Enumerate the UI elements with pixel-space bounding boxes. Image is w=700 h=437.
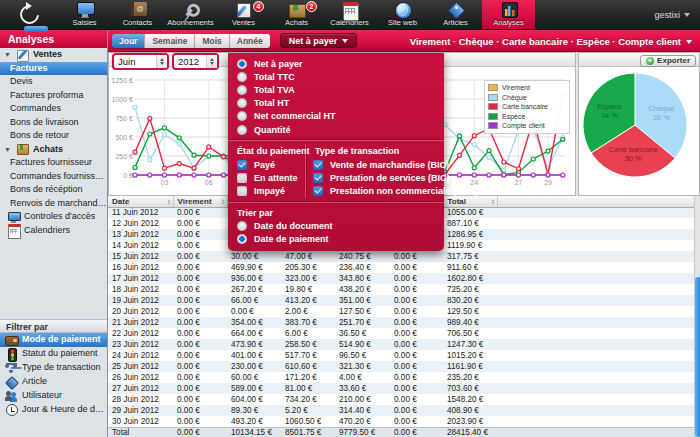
table-row[interactable]: 23 Juin 20120.00 €473.90 €258.50 €514.90… [108,339,700,350]
users-icon [5,390,18,402]
status-option-en-attente[interactable]: En attente [228,171,305,184]
sort-option-date-de-paiement[interactable]: Date de paiement [228,233,444,246]
table-row[interactable]: 19 Juin 20120.00 €66.00 €413.20 €351.00 … [108,295,700,306]
table-cell: 473.90 € [227,339,281,350]
table-row[interactable]: 28 Juin 20120.00 €604.00 €734.20 €210.00… [108,394,700,405]
table-row[interactable]: 25 Juin 20120.00 €230.00 €610.60 €321.30… [108,361,700,372]
sidebar-item-bons-de-r-c-ption[interactable]: Bons de récéption [0,183,107,197]
toolbar-item-contacts[interactable]: Contacts [111,0,164,29]
sidebar-item-bons-de-livraison[interactable]: Bons de livraison [0,116,107,130]
column-header-Date[interactable]: Date⇕ [108,196,173,207]
export-button[interactable]: + Exporter [640,55,696,67]
period-tab-mois[interactable]: Mois [195,34,229,48]
table-cell: 0.00 € [390,427,443,437]
filter-item-type-de-transaction[interactable]: Type de transaction [0,361,107,375]
table-cell: 0.00 € [390,306,443,317]
table-row[interactable]: 17 Juin 20120.00 €936.00 €323.00 €343.80… [108,273,700,284]
table-row[interactable]: 30 Juin 20120.00 €493.20 €1060.50 €470.2… [108,416,700,427]
toolbar-item-articles[interactable]: Articles [429,0,482,29]
sidebar-title: Analyses [0,30,107,48]
scrollbar-thumb[interactable] [695,277,700,437]
filter-item-statut-du-paiement[interactable]: Statut du paiement [0,347,107,361]
disclosure-triangle-icon[interactable]: ▼ [4,48,11,62]
table-cell: 911.60 € [443,262,497,273]
period-tab-année[interactable]: Année [230,34,270,48]
sidebar-item-devis[interactable]: Devis [0,75,107,89]
filter-item-mode-de-paiement[interactable]: Mode de paiement [0,333,107,347]
sidebar-item-factures-proforma[interactable]: Factures proforma [0,89,107,103]
measure-option-total-ttc[interactable]: Total TTC [228,70,444,83]
toolbar-item-site-web[interactable]: Site web [376,0,429,29]
transaction-option-vente-de-marchandise-bic-[interactable]: Vente de marchandise (BIC) [306,158,479,171]
measure-option-total-ht[interactable]: Total HT [228,97,444,110]
table-row[interactable]: 27 Juin 20120.00 €589.00 €81.00 €33.60 €… [108,383,700,394]
sidebar-item-factures-fournisseur[interactable]: Factures fournisseur [0,156,107,170]
table-row[interactable]: 24 Juin 20120.00 €401.00 €517.70 €96.50 … [108,350,700,361]
sidebar-item-factures[interactable]: Factures [0,62,107,76]
filter-item-article[interactable]: Article [0,375,107,389]
toolbar-item-abonnements[interactable]: Abonnements [164,0,217,29]
sort-grip-icon[interactable]: ⇕ [220,198,225,205]
measure-option-net-payer[interactable]: Net à payer [228,57,444,70]
table-row[interactable]: 29 Juin 20120.00 €89.30 €5.20 €314.40 €0… [108,405,700,416]
table-row[interactable]: 26 Juin 20120.00 €60.00 €171.20 €4.00 €0… [108,372,700,383]
measure-option-quantit-[interactable]: Quantité [228,123,444,136]
transaction-option-prestation-de-services-bic-[interactable]: Prestation de services (BIC) [306,171,479,184]
month-value: Juin [114,56,156,67]
toolbar-item-ventes[interactable]: Ventes4 [217,0,270,29]
disclosure-triangle-icon[interactable]: ▼ [4,143,11,157]
option-label: Total HT [254,98,289,108]
legend-swatch [488,94,498,101]
table-row[interactable]: 18 Juin 20120.00 €267.20 €19.80 €438.20 … [108,284,700,295]
toolbar-item-saisies[interactable]: Saisies [58,0,111,29]
sort-option-date-du-document[interactable]: Date du document [228,220,444,233]
sidebar-item-bons-de-retour[interactable]: Bons de retour [0,129,107,143]
toolbar-item-calendriers[interactable]: Calendriers [323,0,376,29]
table-row[interactable]: 20 Juin 20120.00 €0.00 €2.00 €127.50 €0.… [108,306,700,317]
table-row[interactable]: 15 Juin 20120.00 €30.00 €47.00 €240.75 €… [108,251,700,262]
sidebar-item-achats[interactable]: ▼Achats [0,143,107,157]
table-cell [497,295,700,306]
transaction-option-prestation-non-commerciale-bnc-[interactable]: Prestation non commerciale (BNC) [306,185,479,198]
period-tab-jour[interactable]: Jour [112,34,145,48]
year-select[interactable]: 2012 [172,53,219,70]
table-row[interactable]: 22 Juin 20120.00 €664.00 €6.00 €36.50 €0… [108,328,700,339]
table-cell: 129.50 € [443,306,497,317]
table-cell: 28 Juin 2012 [108,394,173,405]
filter-item-label: Jour & Heure de début [22,403,107,417]
measure-option-net-commercial-ht[interactable]: Net commercial HT [228,110,444,123]
table-cell: 343.80 € [335,273,390,284]
filter-item-jour-heure-de-d-but[interactable]: Jour & Heure de début [0,403,107,417]
table-cell: 20 Juin 2012 [108,306,173,317]
toolbar-item-achats[interactable]: Achats2 [270,0,323,29]
measure-dropdown-button[interactable]: Net à payer [280,33,358,48]
table-row[interactable]: 16 Juin 20120.00 €469.90 €205.30 €236.40… [108,262,700,273]
month-select[interactable]: Juin [112,53,169,70]
option-label: Net commercial HT [254,111,336,121]
payment-modes-selector[interactable]: Virement · Chèque · Carte bancaire · Esp… [410,30,692,52]
sidebar-item-renvois-de-marchandise[interactable]: Renvois de marchandise [0,197,107,211]
export-label: Exporter [657,54,690,68]
measure-option-total-tva[interactable]: Total TVA [228,83,444,96]
account-menu[interactable]: gestixi [654,0,700,29]
status-option-pay-[interactable]: Payé [228,158,305,171]
sort-grip-icon[interactable]: ⇕ [166,198,171,205]
gestixi-logo-icon [16,1,43,28]
sidebar-item-controles-d-acc-s[interactable]: Controles d'accès [0,210,107,224]
sidebar-item-commandes-fournisseur[interactable]: Commandes fournisseur [0,170,107,184]
table-cell: 22 Juin 2012 [108,328,173,339]
toolbar-item-analyses[interactable]: Analyses [482,0,535,29]
app-logo[interactable] [0,0,58,29]
option-label: Payé [254,160,275,170]
sort-grip-icon[interactable]: ⇕ [490,198,495,205]
sidebar-item-commandes[interactable]: Commandes [0,102,107,116]
status-option-impay-[interactable]: Impayé [228,185,305,198]
column-header-Virement[interactable]: Virement⇕ [173,196,227,207]
sidebar-item-calendriers[interactable]: Calendriers [0,224,107,238]
filter-item-utilisateur[interactable]: Utilisateur [0,389,107,403]
period-tab-semaine[interactable]: Semaine [145,34,195,48]
sidebar-item-ventes[interactable]: ▼Ventes [0,48,107,62]
table-scrollbar[interactable] [694,196,700,437]
table-row[interactable]: 21 Juin 20120.00 €354.00 €383.70 €251.70… [108,317,700,328]
table-cell [497,394,700,405]
